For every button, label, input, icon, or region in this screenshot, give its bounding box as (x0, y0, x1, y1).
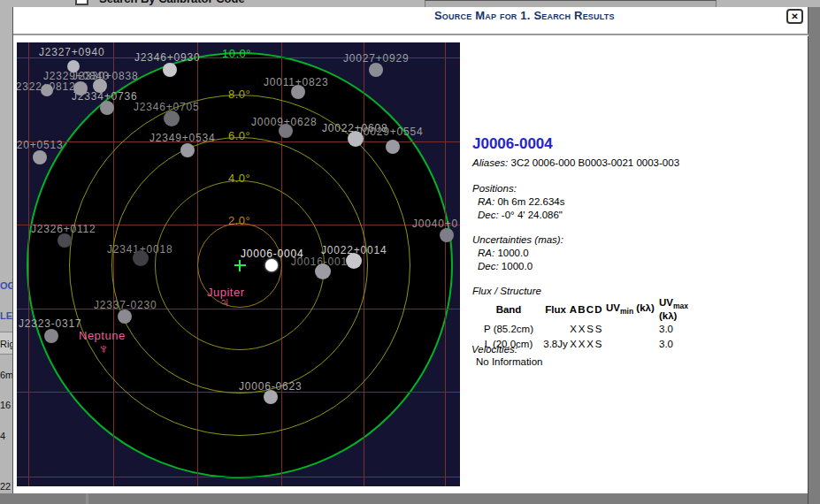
flux-cell: X (586, 336, 594, 351)
source-map: 2.0°4.0°6.0°8.0°10.0°J2327+0940J2346+093… (17, 42, 460, 486)
source-dot[interactable] (93, 79, 107, 93)
flux-cell: 3.0 (655, 321, 709, 336)
flux-col-header: D (594, 297, 602, 321)
page-fragment-text: OG (0, 280, 12, 291)
aliases-label: Aliases: (472, 157, 508, 168)
search-center-cross (239, 260, 241, 271)
page-fragment-text: Rig (0, 339, 12, 349)
source-dot[interactable] (164, 111, 180, 126)
source-label[interactable]: J2346+0930 (134, 51, 200, 64)
background-page-top: Search By Calibrator Code (0, 0, 820, 7)
positions-label: Positions: (472, 182, 564, 195)
background-page-left: OGLECRig6m16422 (0, 7, 12, 493)
flux-col-header: C (586, 297, 594, 321)
source-dot[interactable] (265, 259, 278, 271)
source-dot[interactable] (348, 131, 364, 147)
source-label[interactable]: J2320+0513 (17, 139, 63, 151)
source-label[interactable]: J0029+0554 (357, 126, 423, 138)
flux-cell: X (569, 321, 578, 336)
source-dot[interactable] (41, 84, 53, 96)
grid-line (445, 42, 446, 486)
page-fragment-text: LEC (0, 310, 12, 321)
flux-cell (602, 336, 655, 351)
flux-cell: 3.8Jy (542, 336, 569, 351)
position-dec: Dec: -0° 4' 24.086" (472, 209, 564, 222)
uncertainties-block: Uncertainties (mas): RA: 1000.0 Dec: 100… (472, 233, 563, 273)
grid-line (17, 477, 460, 477)
flux-structure-label: Flux / Structure (472, 285, 541, 298)
ring-label: 10.0° (222, 47, 251, 60)
source-map-dialog: Source Map for 1. Search Results ✕ 2.0°4… (12, 7, 808, 493)
flux-cell: 3.0 (655, 336, 709, 351)
grid-line (28, 42, 29, 486)
source-dot[interactable] (279, 124, 293, 138)
uncertainties-label: Uncertainties (mas): (472, 233, 563, 247)
source-label[interactable]: J2327+0940 (39, 46, 104, 58)
source-name: J0006-0004 (472, 137, 553, 150)
source-dot[interactable] (346, 253, 362, 269)
source-dot[interactable] (118, 309, 132, 324)
source-details-panel: J0006-0004 Aliases: 3C2 0006-000 B0003-0… (472, 7, 804, 493)
source-dot[interactable] (33, 150, 47, 164)
flux-cell: X (578, 336, 586, 351)
source-dot[interactable] (180, 143, 195, 157)
source-dot[interactable] (57, 233, 72, 248)
source-dot[interactable] (44, 329, 58, 343)
flux-col-header: Flux (542, 297, 569, 321)
flux-col-header: Band (475, 297, 542, 321)
neptune-symbol-icon: ♆ (98, 342, 109, 356)
jupiter-symbol-icon: ♃ (219, 295, 230, 309)
flux-cell: P (85.2cm) (475, 321, 542, 336)
background-column-divider (86, 493, 88, 504)
page-fragment-text: 4 (0, 431, 5, 441)
source-dot[interactable] (73, 81, 88, 95)
flux-col-header: A (569, 297, 578, 321)
positions-block: Positions: RA: 0h 6m 22.634s Dec: -0° 4'… (472, 182, 564, 222)
aliases-value: 3C2 0006-000 B0003-0021 0003-003 (510, 157, 679, 168)
ring-label: 8.0° (228, 88, 250, 101)
background-page-bottom (0, 493, 820, 504)
background-page-right (808, 7, 820, 504)
flux-col-header: B (578, 297, 586, 321)
flux-row: P (85.2cm)XXSS3.0 (475, 321, 709, 336)
source-dot[interactable] (386, 140, 400, 154)
flux-cell: S (594, 336, 602, 351)
flux-cell (542, 321, 569, 336)
source-dot[interactable] (100, 101, 114, 115)
uncertainty-dec: Dec: 1000.0 (472, 260, 563, 273)
source-dot[interactable] (440, 228, 454, 242)
source-label[interactable]: J2349+0534 (149, 132, 215, 144)
uncertainty-ra: RA: 1000.0 (472, 247, 563, 260)
source-dot[interactable] (67, 60, 80, 73)
calibrator-code-checkbox[interactable] (75, 0, 88, 5)
page-fragment-text: 6m (0, 370, 12, 380)
flux-col-header: UVmax (kλ) (655, 297, 709, 321)
source-dot[interactable] (163, 63, 177, 77)
flux-cell (602, 321, 655, 336)
velocities-value: No Information (476, 355, 542, 369)
screen: Search By Calibrator Code OGLECRig6m1642… (0, 0, 820, 504)
source-dot[interactable] (133, 250, 149, 266)
source-label[interactable]: J2330+0838 (73, 70, 138, 82)
page-fragment-text: 16 (0, 400, 11, 410)
flux-cell: S (594, 321, 602, 336)
flux-col-header: UVmin (kλ) (602, 297, 655, 321)
flux-cell: X (578, 321, 586, 336)
background-input-field[interactable] (425, 0, 717, 7)
flux-cell: S (586, 321, 594, 336)
source-dot[interactable] (264, 390, 278, 404)
planet-label: Neptune (79, 329, 126, 342)
source-dot[interactable] (291, 85, 305, 99)
position-ra: RA: 0h 6m 22.634s (472, 195, 564, 209)
source-aliases: Aliases: 3C2 0006-000 B0003-0021 0003-00… (472, 157, 679, 170)
flux-cell: X (569, 336, 578, 351)
calibrator-code-label: Search By Calibrator Code (99, 0, 245, 5)
source-dot[interactable] (315, 263, 331, 279)
source-dot[interactable] (369, 63, 383, 77)
page-fragment-text: 22 (0, 481, 11, 492)
source-label[interactable]: J0040+0 (412, 218, 458, 230)
source-label[interactable]: J2323-0317 (19, 317, 81, 330)
velocities-label: Velocities: (471, 343, 517, 356)
